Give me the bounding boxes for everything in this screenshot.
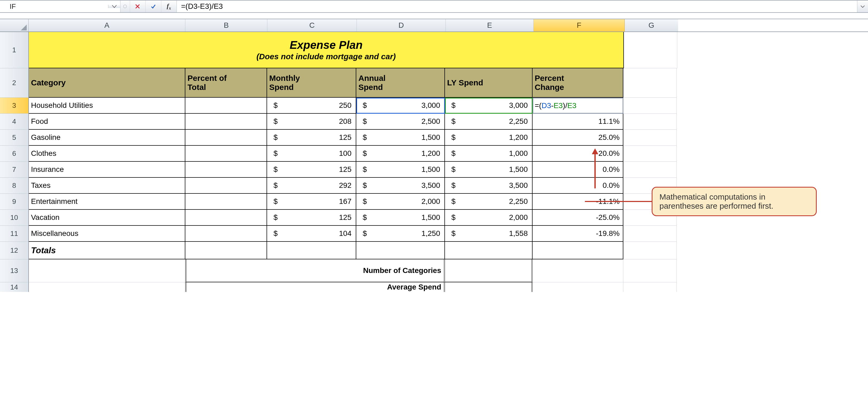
column-header-E[interactable]: E bbox=[446, 19, 534, 32]
cell-F5[interactable]: 25.0% bbox=[532, 130, 623, 146]
cell-A6[interactable]: Clothes bbox=[29, 146, 185, 162]
column-header-F[interactable]: F bbox=[534, 19, 625, 32]
cell-G13[interactable] bbox=[623, 260, 677, 282]
cell-D10[interactable]: $1,500 bbox=[356, 210, 445, 226]
cell-E4[interactable]: $2,250 bbox=[445, 114, 532, 130]
cell-C5[interactable]: $125 bbox=[267, 130, 356, 146]
cell-G10[interactable] bbox=[623, 210, 677, 226]
cell-B10[interactable] bbox=[185, 210, 267, 226]
column-header-C[interactable]: C bbox=[267, 19, 357, 32]
cell-E5[interactable]: $1,200 bbox=[445, 130, 532, 146]
row-header-10[interactable]: 10 bbox=[0, 210, 29, 226]
cell-F8[interactable]: 0.0% bbox=[532, 178, 623, 194]
cell-A8[interactable]: Taxes bbox=[29, 178, 185, 194]
cell-C8[interactable]: $292 bbox=[267, 178, 356, 194]
row-header-7[interactable]: 7 bbox=[0, 162, 29, 178]
cell-A9[interactable]: Entertainment bbox=[29, 194, 185, 210]
cell-G12[interactable] bbox=[623, 242, 677, 260]
formula-input[interactable]: =(D3-E3)/E3 bbox=[177, 1, 857, 12]
row-header-3[interactable]: 3 bbox=[0, 98, 29, 114]
cell-F13[interactable] bbox=[532, 260, 623, 282]
cell-E3[interactable]: $3,000 bbox=[445, 98, 532, 114]
row-header-5[interactable]: 5 bbox=[0, 130, 29, 146]
cell-A10[interactable]: Vacation bbox=[29, 210, 185, 226]
cell-C3[interactable]: $250 bbox=[267, 98, 356, 114]
cell-B11[interactable] bbox=[185, 226, 267, 242]
insert-function-button[interactable]: fx bbox=[161, 1, 177, 12]
row-header-13[interactable]: 13 bbox=[0, 260, 29, 282]
cell-G7[interactable] bbox=[623, 162, 677, 178]
cell-E13[interactable] bbox=[445, 260, 532, 282]
cell-F11[interactable]: -19.8% bbox=[532, 226, 623, 242]
cell-F10[interactable]: -25.0% bbox=[532, 210, 623, 226]
title-banner[interactable]: Expense Plan (Does not include mortgage … bbox=[29, 32, 624, 68]
expand-formula-bar[interactable] bbox=[857, 1, 868, 12]
cell-E6[interactable]: $1,000 bbox=[445, 146, 532, 162]
cell-A11[interactable]: Miscellaneous bbox=[29, 226, 185, 242]
select-all-corner[interactable] bbox=[0, 19, 29, 32]
cell-A12-totals[interactable]: Totals bbox=[29, 242, 185, 260]
cell-F7[interactable]: 0.0% bbox=[532, 162, 623, 178]
cell-D5[interactable]: $1,500 bbox=[356, 130, 445, 146]
cell-D4[interactable]: $2,500 bbox=[356, 114, 445, 130]
cell-C6[interactable]: $100 bbox=[267, 146, 356, 162]
cell-B3[interactable] bbox=[185, 98, 267, 114]
cell-B7[interactable] bbox=[185, 162, 267, 178]
cell-C4[interactable]: $208 bbox=[267, 114, 356, 130]
cell-D12[interactable] bbox=[356, 242, 445, 260]
cell-G14[interactable] bbox=[623, 282, 677, 292]
name-box[interactable] bbox=[0, 1, 120, 12]
row-header-6[interactable]: 6 bbox=[0, 146, 29, 162]
cell-C11[interactable]: $104 bbox=[267, 226, 356, 242]
cell-BCD13-label[interactable]: Number of Categories bbox=[185, 260, 445, 282]
header-percent-of-total[interactable]: Percent ofTotal bbox=[185, 68, 267, 98]
cell-F6[interactable]: 20.0% bbox=[532, 146, 623, 162]
cell-F12[interactable] bbox=[532, 242, 623, 260]
cell-B9[interactable] bbox=[185, 194, 267, 210]
header-monthly-spend[interactable]: MonthlySpend bbox=[267, 68, 356, 98]
cell-D9[interactable]: $2,000 bbox=[356, 194, 445, 210]
row-header-1[interactable]: 1 bbox=[0, 32, 29, 68]
column-header-D[interactable]: D bbox=[357, 19, 446, 32]
column-header-B[interactable]: B bbox=[185, 19, 267, 32]
row-header-2[interactable]: 2 bbox=[0, 68, 29, 98]
row-header-9[interactable]: 9 bbox=[0, 194, 29, 210]
cell-C12[interactable] bbox=[267, 242, 356, 260]
cell-E9[interactable]: $2,250 bbox=[445, 194, 532, 210]
cell-G4[interactable] bbox=[623, 114, 677, 130]
row-header-14[interactable]: 14 bbox=[0, 282, 29, 292]
row-header-4[interactable]: 4 bbox=[0, 114, 29, 130]
cell-C9[interactable]: $167 bbox=[267, 194, 356, 210]
cell-G3[interactable] bbox=[623, 98, 677, 114]
header-category[interactable]: Category bbox=[29, 68, 185, 98]
cell-B8[interactable] bbox=[185, 178, 267, 194]
cell-F3-editing[interactable]: =(D3-E3)/E3 bbox=[532, 98, 623, 114]
cell-A5[interactable]: Gasoline bbox=[29, 130, 185, 146]
cell-A4[interactable]: Food bbox=[29, 114, 185, 130]
cell-G5[interactable] bbox=[623, 130, 677, 146]
header-percent-change[interactable]: PercentChange bbox=[532, 68, 623, 98]
cell-E8[interactable]: $3,500 bbox=[445, 178, 532, 194]
row-header-12[interactable]: 12 bbox=[0, 242, 29, 260]
cell-A7[interactable]: Insurance bbox=[29, 162, 185, 178]
cell-A3[interactable]: Household Utilities bbox=[29, 98, 185, 114]
cell-C10[interactable]: $125 bbox=[267, 210, 356, 226]
cell-G2[interactable] bbox=[623, 68, 677, 98]
cell-D7[interactable]: $1,500 bbox=[356, 162, 445, 178]
cell-D6[interactable]: $1,200 bbox=[356, 146, 445, 162]
cell-B4[interactable] bbox=[185, 114, 267, 130]
cell-E14[interactable] bbox=[445, 282, 532, 292]
cell-G1[interactable] bbox=[624, 32, 677, 68]
cell-A13[interactable] bbox=[29, 260, 185, 282]
cell-E10[interactable]: $2,000 bbox=[445, 210, 532, 226]
cell-B6[interactable] bbox=[185, 146, 267, 162]
cell-G8[interactable] bbox=[623, 178, 677, 194]
cell-D3[interactable]: $3,000 bbox=[356, 98, 445, 114]
column-header-A[interactable]: A bbox=[29, 19, 185, 32]
column-header-G[interactable]: G bbox=[625, 19, 678, 32]
cell-F4[interactable]: 11.1% bbox=[532, 114, 623, 130]
row-header-11[interactable]: 11 bbox=[0, 226, 29, 242]
cell-B12[interactable] bbox=[185, 242, 267, 260]
cell-G9[interactable] bbox=[623, 194, 677, 210]
cell-BCD14-label[interactable]: Average Spend bbox=[185, 282, 445, 292]
